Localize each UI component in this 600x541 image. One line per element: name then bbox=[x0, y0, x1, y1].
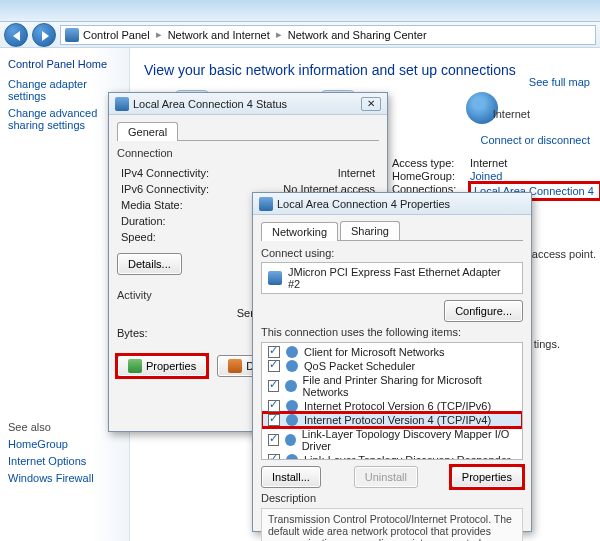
item-properties-button[interactable]: Properties bbox=[451, 466, 523, 488]
configure-button[interactable]: Configure... bbox=[444, 300, 523, 322]
checkbox-icon[interactable] bbox=[268, 380, 279, 392]
ipv6-label: IPv6 Connectivity: bbox=[121, 183, 209, 195]
install-button[interactable]: Install... bbox=[261, 466, 321, 488]
connect-disconnect-link[interactable]: Connect or disconnect bbox=[481, 134, 590, 146]
see-also-title: See also bbox=[8, 421, 121, 433]
component-icon bbox=[286, 414, 298, 426]
properties-button-highlight: Properties bbox=[117, 355, 207, 377]
ipv4-label: IPv4 Connectivity: bbox=[121, 167, 209, 179]
sidebar-change-sharing[interactable]: Change advanced sharing settings bbox=[8, 107, 121, 131]
checkbox-icon[interactable] bbox=[268, 346, 280, 358]
crumb-control-panel[interactable]: Control Panel bbox=[83, 29, 150, 41]
homegroup-value[interactable]: Joined bbox=[470, 170, 600, 182]
tab-general[interactable]: General bbox=[117, 122, 178, 141]
speed-label: Speed: bbox=[121, 231, 156, 243]
crumb-network-internet[interactable]: Network and Internet bbox=[168, 29, 270, 41]
list-item[interactable]: QoS Packet Scheduler bbox=[262, 359, 522, 373]
seealso-homegroup[interactable]: HomeGroup bbox=[8, 438, 121, 450]
shield-icon bbox=[128, 359, 142, 373]
close-icon[interactable]: ✕ bbox=[361, 97, 381, 111]
adapter-icon bbox=[268, 271, 282, 285]
list-item[interactable]: Internet Protocol Version 6 (TCP/IPv6) bbox=[262, 399, 522, 413]
tab-networking[interactable]: Networking bbox=[261, 222, 338, 241]
control-panel-icon bbox=[65, 28, 79, 42]
list-item-ipv4[interactable]: Internet Protocol Version 4 (TCP/IPv4) bbox=[262, 413, 522, 427]
homegroup-label: HomeGroup: bbox=[392, 170, 462, 182]
checkbox-icon[interactable] bbox=[268, 414, 280, 426]
uninstall-button: Uninstall bbox=[354, 466, 418, 488]
properties-button[interactable]: Properties bbox=[117, 355, 207, 377]
ipv4-value: Internet bbox=[338, 167, 375, 179]
component-icon bbox=[286, 454, 298, 460]
adapter-box: JMicron PCI Express Fast Ethernet Adapte… bbox=[261, 262, 523, 294]
sidebar-change-adapter[interactable]: Change adapter settings bbox=[8, 78, 121, 102]
seealso-inet-options[interactable]: Internet Options bbox=[8, 455, 121, 467]
components-list[interactable]: Client for Microsoft Networks QoS Packet… bbox=[261, 342, 523, 460]
tab-sharing[interactable]: Sharing bbox=[340, 221, 400, 240]
connect-using-label: Connect using: bbox=[261, 247, 523, 259]
text-fragment: tings. bbox=[534, 338, 560, 350]
bytes-label: Bytes: bbox=[117, 327, 148, 339]
properties-dialog-title: Local Area Connection 4 Properties bbox=[277, 198, 450, 210]
checkbox-icon[interactable] bbox=[268, 434, 279, 446]
component-icon bbox=[286, 346, 298, 358]
status-dialog-titlebar[interactable]: Local Area Connection 4 Status ✕ bbox=[109, 93, 387, 115]
crumb-sharing-center[interactable]: Network and Sharing Center bbox=[288, 29, 427, 41]
item-properties-highlight: Properties bbox=[451, 466, 523, 488]
component-icon bbox=[286, 360, 298, 372]
media-label: Media State: bbox=[121, 199, 183, 211]
group-connection: Connection bbox=[117, 147, 379, 159]
list-item[interactable]: Client for Microsoft Networks bbox=[262, 345, 522, 359]
network-icon bbox=[259, 197, 273, 211]
uses-label: This connection uses the following items… bbox=[261, 326, 523, 338]
component-icon bbox=[286, 400, 298, 412]
properties-dialog: Local Area Connection 4 Properties Netwo… bbox=[252, 192, 532, 532]
component-icon bbox=[285, 380, 296, 392]
seealso-firewall[interactable]: Windows Firewall bbox=[8, 472, 121, 484]
list-item[interactable]: Link-Layer Topology Discovery Responder bbox=[262, 453, 522, 460]
checkbox-icon[interactable] bbox=[268, 454, 280, 460]
details-button[interactable]: Details... bbox=[117, 253, 182, 275]
forward-button[interactable] bbox=[32, 23, 56, 47]
shield-icon bbox=[228, 359, 242, 373]
checkbox-icon[interactable] bbox=[268, 400, 280, 412]
chevron-right-icon: ▸ bbox=[156, 28, 162, 41]
list-item[interactable]: File and Printer Sharing for Microsoft N… bbox=[262, 373, 522, 399]
access-type-label: Access type: bbox=[392, 157, 462, 169]
description-text: Transmission Control Protocol/Internet P… bbox=[261, 508, 523, 541]
window-glass-strip bbox=[0, 0, 600, 22]
duration-label: Duration: bbox=[121, 215, 166, 227]
status-dialog-title: Local Area Connection 4 Status bbox=[133, 98, 287, 110]
breadcrumb[interactable]: Control Panel ▸ Network and Internet ▸ N… bbox=[60, 25, 596, 45]
chevron-right-icon: ▸ bbox=[276, 28, 282, 41]
access-type-value: Internet bbox=[470, 157, 600, 169]
checkbox-icon[interactable] bbox=[268, 360, 280, 372]
back-button[interactable] bbox=[4, 23, 28, 47]
see-full-map-link[interactable]: See full map bbox=[529, 76, 590, 88]
sidebar-home[interactable]: Control Panel Home bbox=[8, 58, 121, 70]
adapter-name: JMicron PCI Express Fast Ethernet Adapte… bbox=[288, 266, 516, 290]
network-icon bbox=[115, 97, 129, 111]
description-label: Description bbox=[261, 492, 523, 504]
internet-label: Internet bbox=[493, 108, 530, 120]
list-item[interactable]: Link-Layer Topology Discovery Mapper I/O… bbox=[262, 427, 522, 453]
properties-dialog-titlebar[interactable]: Local Area Connection 4 Properties bbox=[253, 193, 531, 215]
component-icon bbox=[285, 434, 296, 446]
address-toolbar: Control Panel ▸ Network and Internet ▸ N… bbox=[0, 22, 600, 48]
